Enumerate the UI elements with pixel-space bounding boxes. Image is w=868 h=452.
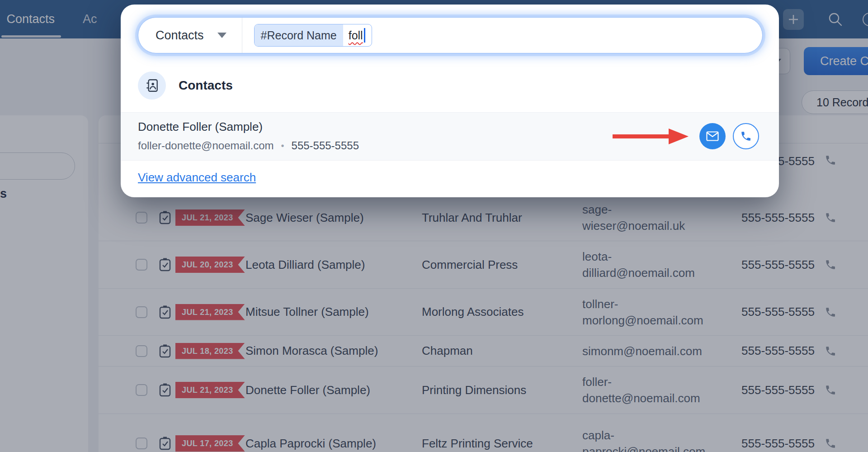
annotation-arrow	[612, 126, 689, 146]
result-email: foller-donette@noemail.com	[138, 139, 274, 152]
results-section-header: Contacts	[121, 71, 779, 100]
search-module-selector[interactable]: Contacts	[138, 18, 242, 53]
chevron-down-icon	[217, 33, 226, 38]
search-result-item[interactable]: Donette Foller (Sample) foller-donette@n…	[121, 112, 779, 161]
search-query-text[interactable]: foll	[343, 24, 372, 46]
search-bar: Contacts #Record Name foll	[138, 17, 763, 53]
send-email-button[interactable]	[699, 123, 726, 149]
search-token-input[interactable]: #Record Name foll	[254, 24, 372, 47]
view-advanced-search-link[interactable]: View advanced search	[138, 171, 256, 185]
call-button[interactable]	[733, 123, 759, 149]
phone-icon	[740, 130, 752, 142]
divider	[242, 18, 242, 53]
bullet-separator: •	[281, 141, 284, 151]
global-search-modal: Contacts #Record Name foll Contacts Done…	[121, 5, 779, 197]
text-cursor	[364, 28, 365, 43]
result-phone: 555-555-5555	[292, 139, 359, 152]
envelope-icon	[706, 131, 719, 141]
contacts-module-icon	[138, 71, 166, 100]
results-section-title: Contacts	[179, 78, 233, 93]
search-field-token: #Record Name	[255, 24, 343, 46]
result-contact-name[interactable]: Donette Foller (Sample)	[138, 120, 359, 134]
